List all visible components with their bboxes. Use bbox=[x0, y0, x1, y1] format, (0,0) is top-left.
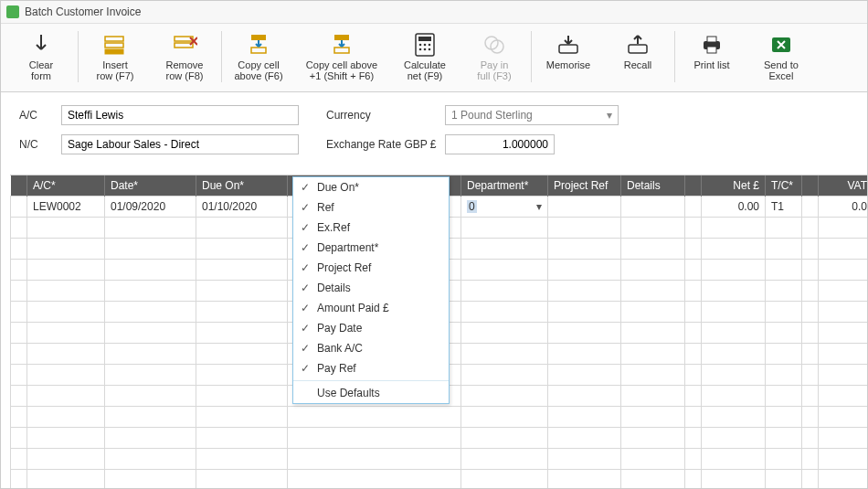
menu-label: Project Ref bbox=[317, 261, 371, 274]
col-net[interactable]: Net £ bbox=[702, 175, 766, 197]
recall-button[interactable]: Recall bbox=[603, 29, 672, 73]
remove-row-button[interactable]: Remove row (F8) bbox=[150, 29, 219, 84]
pay-in-full-button: Pay in full (F3) bbox=[460, 29, 529, 84]
svg-rect-9 bbox=[334, 35, 349, 40]
row-selector-header[interactable] bbox=[11, 175, 27, 197]
cell-projref[interactable] bbox=[548, 197, 621, 218]
exrate-field[interactable] bbox=[445, 134, 555, 154]
print-list-button[interactable]: Print list bbox=[677, 29, 746, 73]
exrate-cell bbox=[445, 134, 683, 154]
col-tc[interactable]: T/C* bbox=[766, 175, 802, 197]
rows-remove-icon bbox=[172, 32, 197, 58]
window-title: Batch Customer Invoice bbox=[25, 5, 141, 18]
printer-icon bbox=[699, 32, 725, 58]
cell-dueon[interactable]: 01/10/2020 bbox=[196, 197, 288, 218]
svg-rect-10 bbox=[334, 48, 349, 53]
menu-item[interactable]: ✓Department* bbox=[293, 238, 449, 258]
cell-vat[interactable]: 0.0 bbox=[819, 197, 868, 218]
cell-details[interactable] bbox=[621, 197, 685, 218]
col-spacer2[interactable] bbox=[802, 175, 819, 197]
menu-separator bbox=[293, 380, 449, 381]
col-ac[interactable]: A/C* bbox=[27, 175, 105, 197]
clear-form-button[interactable]: Clear form bbox=[6, 29, 76, 84]
menu-label: Pay Date bbox=[317, 322, 362, 335]
menu-item-use-defaults[interactable]: Use Defaults bbox=[293, 383, 449, 403]
menu-item[interactable]: ✓Ex.Ref bbox=[293, 218, 449, 238]
app-window: Batch Customer Invoice Clear form Insert… bbox=[0, 0, 868, 489]
cell-net[interactable]: 0.00 bbox=[702, 197, 766, 218]
check-icon: ✓ bbox=[293, 221, 317, 234]
table-row[interactable] bbox=[11, 428, 868, 449]
col-date[interactable]: Date* bbox=[105, 175, 196, 197]
rows-insert-icon bbox=[102, 32, 128, 58]
check-icon: ✓ bbox=[293, 322, 317, 335]
svg-rect-2 bbox=[105, 49, 123, 54]
cell-ac[interactable]: LEW0002 bbox=[27, 197, 105, 218]
col-details[interactable]: Details bbox=[621, 175, 685, 197]
table-row[interactable] bbox=[11, 407, 868, 428]
svg-rect-24 bbox=[707, 37, 716, 42]
nc-field[interactable] bbox=[61, 134, 299, 154]
menu-label: Use Defaults bbox=[317, 387, 380, 399]
app-icon bbox=[6, 5, 19, 18]
cell-tc[interactable]: T1 bbox=[766, 197, 802, 218]
memorise-button[interactable]: Memorise bbox=[534, 29, 603, 73]
currency-select[interactable]: 1 Pound Sterling ▾ bbox=[445, 105, 619, 125]
menu-item[interactable]: ✓Project Ref bbox=[293, 258, 449, 278]
menu-item[interactable]: ✓Ref bbox=[293, 197, 449, 218]
svg-point-13 bbox=[419, 44, 422, 47]
svg-point-18 bbox=[429, 48, 431, 51]
menu-item[interactable]: ✓Bank A/C bbox=[293, 338, 449, 358]
title-bar: Batch Customer Invoice bbox=[1, 1, 867, 24]
col-spacer[interactable] bbox=[685, 175, 702, 197]
toolbar-label: Insert row (F7) bbox=[97, 59, 134, 81]
chevron-down-icon: ▾ bbox=[607, 109, 612, 122]
check-icon: ✓ bbox=[293, 362, 317, 375]
header-form: A/C Currency 1 Pound Sterling ▾ N/C Exch… bbox=[1, 92, 867, 164]
col-department[interactable]: Department* bbox=[461, 175, 548, 197]
send-to-excel-button[interactable]: Send to Excel bbox=[746, 29, 816, 84]
currency-value: 1 Pound Sterling bbox=[451, 109, 533, 122]
svg-rect-25 bbox=[707, 47, 716, 53]
svg-point-17 bbox=[424, 48, 427, 51]
toolbar-label: Remove row (F8) bbox=[166, 59, 204, 81]
cell-department[interactable]: 0 ▾ bbox=[461, 197, 548, 218]
copy-cell-above-button[interactable]: Copy cell above (F6) bbox=[224, 29, 293, 84]
col-projref[interactable]: Project Ref bbox=[548, 175, 621, 197]
tray-up-icon bbox=[625, 32, 651, 58]
menu-label: Due On* bbox=[317, 181, 359, 194]
menu-item[interactable]: ✓Pay Ref bbox=[293, 358, 449, 378]
menu-item[interactable]: ✓Details bbox=[293, 278, 449, 298]
menu-item[interactable]: ✓Due On* bbox=[293, 177, 449, 197]
toolbar-label: Calculate net (F9) bbox=[404, 59, 446, 81]
toolbar-separator bbox=[78, 31, 79, 82]
toolbar-label: Send to Excel bbox=[764, 59, 799, 81]
copy-above-plus-icon bbox=[329, 32, 355, 58]
nc-label: N/C bbox=[19, 138, 52, 151]
chevron-down-icon[interactable]: ▾ bbox=[536, 200, 542, 213]
insert-row-button[interactable]: Insert row (F7) bbox=[80, 29, 150, 84]
table-row[interactable] bbox=[11, 470, 868, 489]
dept-value: 0 bbox=[467, 200, 477, 213]
svg-rect-12 bbox=[418, 37, 431, 41]
check-icon: ✓ bbox=[293, 241, 317, 254]
copy-cell-above-plus1-button[interactable]: Copy cell above +1 (Shift + F6) bbox=[293, 29, 390, 84]
check-icon: ✓ bbox=[293, 261, 317, 274]
svg-point-14 bbox=[424, 44, 427, 47]
toolbar: Clear form Insert row (F7) bbox=[1, 24, 867, 92]
arrow-down-icon bbox=[28, 32, 54, 58]
exrate-label: Exchange Rate GBP £ bbox=[308, 138, 436, 151]
column-chooser-menu[interactable]: ✓Due On* ✓Ref ✓Ex.Ref ✓Department* ✓Proj… bbox=[292, 176, 450, 404]
table-row[interactable] bbox=[11, 449, 868, 470]
toolbar-separator bbox=[531, 31, 532, 82]
col-vat[interactable]: VAT bbox=[819, 175, 868, 197]
toolbar-label: Clear form bbox=[29, 59, 53, 81]
col-dueon[interactable]: Due On* bbox=[196, 175, 288, 197]
calculate-net-button[interactable]: Calculate net (F9) bbox=[390, 29, 460, 84]
toolbar-label: Pay in full (F3) bbox=[477, 59, 511, 81]
ac-field[interactable] bbox=[61, 105, 299, 125]
excel-icon bbox=[768, 32, 794, 58]
menu-item[interactable]: ✓Pay Date bbox=[293, 318, 449, 338]
menu-item[interactable]: ✓Amount Paid £ bbox=[293, 298, 449, 318]
cell-date[interactable]: 01/09/2020 bbox=[105, 197, 196, 218]
